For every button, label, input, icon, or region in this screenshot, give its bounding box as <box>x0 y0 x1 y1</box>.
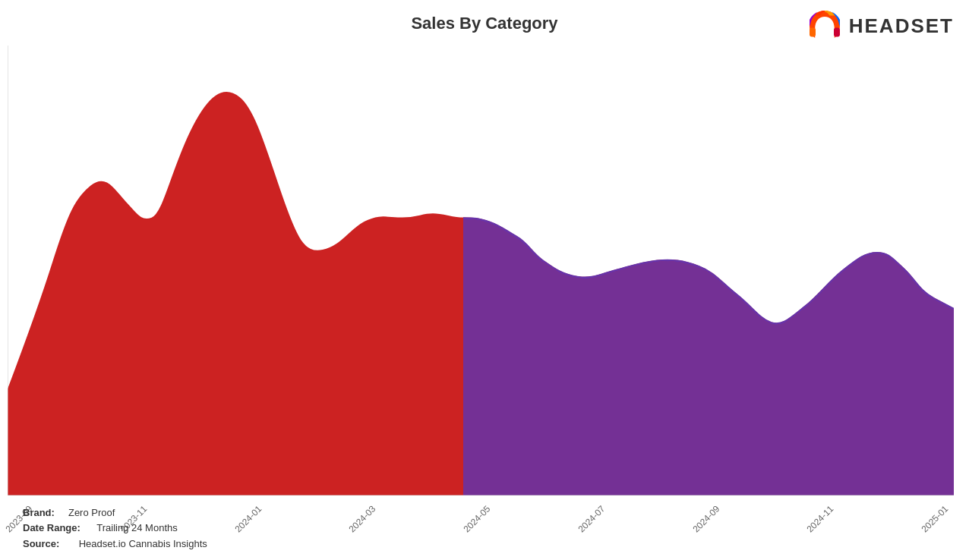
x-label-6: 2024-09 <box>686 499 725 539</box>
footer-date-range: Date Range: Trailing 24 Months <box>23 521 207 536</box>
chart-svg <box>8 46 954 496</box>
x-label-3: 2024-03 <box>342 499 382 539</box>
brand-label: Brand: <box>23 507 55 518</box>
x-label-7: 2024-11 <box>800 499 840 539</box>
chart-area <box>8 46 954 496</box>
logo-text: HEADSET <box>849 14 954 38</box>
x-label-2: 2024-01 <box>228 499 267 539</box>
source-label: Source: <box>23 538 59 549</box>
date-range-value: Trailing 24 Months <box>96 522 177 533</box>
source-value: Headset.io Cannabis Insights <box>79 538 207 549</box>
svg-rect-1 <box>834 27 840 36</box>
footer-source: Source: Headset.io Cannabis Insights <box>23 536 207 552</box>
date-range-label: Date Range: <box>23 522 80 533</box>
x-label-4: 2024-05 <box>457 499 497 539</box>
chart-container: HEADSET Sales By Category Beverage Tinct… <box>0 0 969 560</box>
logo: HEADSET <box>806 8 954 44</box>
brand-value: Zero Proof <box>68 507 115 518</box>
footer-brand: Brand: Zero Proof <box>23 505 207 521</box>
x-label-5: 2024-07 <box>572 499 611 539</box>
svg-rect-0 <box>810 27 816 36</box>
headset-logo-icon <box>806 8 843 44</box>
chart-footer: Brand: Zero Proof Date Range: Trailing 2… <box>23 505 207 552</box>
x-label-8: 2025-01 <box>915 499 955 539</box>
